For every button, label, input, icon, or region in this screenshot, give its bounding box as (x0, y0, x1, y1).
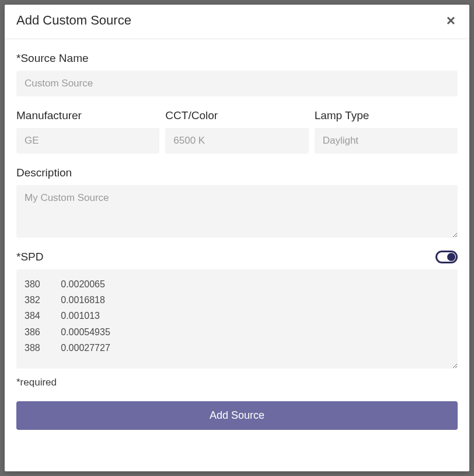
lamp-type-input[interactable] (315, 128, 458, 154)
add-source-button[interactable]: Add Source (16, 401, 458, 430)
toggle-knob-icon (447, 253, 455, 261)
source-name-label: *Source Name (16, 52, 458, 65)
cct-label: CCT/Color (165, 109, 308, 122)
modal-header: Add Custom Source × (5, 5, 469, 39)
description-label: Description (16, 166, 458, 179)
spd-toggle[interactable] (435, 251, 458, 263)
spd-header: *SPD (16, 251, 458, 263)
cct-input[interactable] (165, 128, 308, 154)
manufacturer-field: Manufacturer (16, 109, 159, 154)
manufacturer-label: Manufacturer (16, 109, 159, 122)
close-button[interactable]: × (444, 13, 458, 28)
spd-label: *SPD (16, 251, 43, 263)
source-name-field: *Source Name (16, 52, 458, 96)
modal-title: Add Custom Source (16, 13, 131, 28)
manufacturer-input[interactable] (16, 128, 159, 154)
cct-field: CCT/Color (165, 109, 308, 154)
spd-input[interactable] (16, 269, 458, 369)
lamp-type-label: Lamp Type (315, 109, 458, 122)
lamp-type-field: Lamp Type (315, 109, 458, 154)
description-field: Description (16, 166, 458, 238)
required-note: *required (16, 377, 458, 388)
source-name-input[interactable] (16, 71, 458, 96)
add-custom-source-modal: Add Custom Source × *Source Name Manufac… (5, 5, 469, 471)
description-input[interactable] (16, 185, 458, 238)
spd-section: *SPD (16, 251, 458, 371)
meta-row: Manufacturer CCT/Color Lamp Type (16, 109, 458, 154)
modal-body: *Source Name Manufacturer CCT/Color Lamp… (5, 39, 469, 471)
